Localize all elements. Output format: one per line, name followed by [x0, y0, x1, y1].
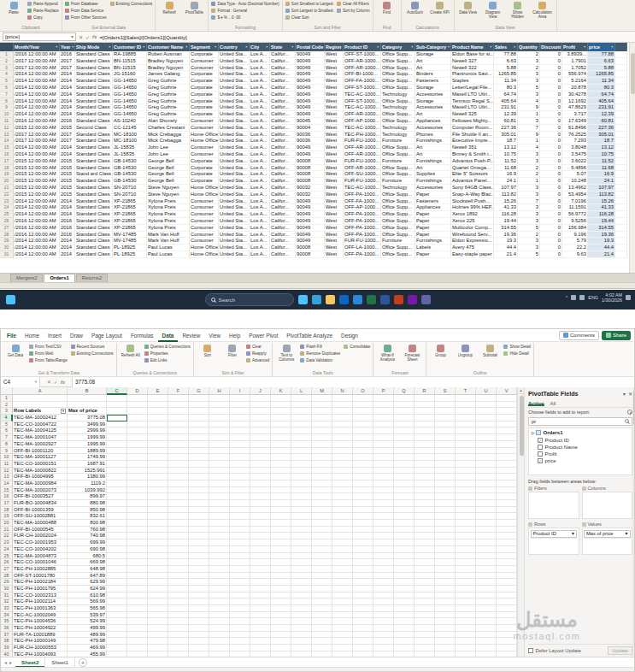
cell[interactable]: Califor...: [270, 144, 296, 151]
cell[interactable]: 3: [518, 204, 540, 211]
cell[interactable]: [189, 638, 209, 645]
cell[interactable]: 0: [540, 232, 562, 239]
cell[interactable]: Mark Van Huff: [147, 232, 190, 239]
cell[interactable]: 0: [540, 218, 562, 225]
cell[interactable]: [230, 415, 250, 421]
cell[interactable]: [373, 605, 394, 612]
cell[interactable]: Los A...: [250, 211, 270, 218]
cell[interactable]: 0: [540, 144, 562, 151]
cell[interactable]: /2014 12:00:00 AM: [14, 198, 60, 205]
cell[interactable]: [189, 408, 209, 415]
cell[interactable]: TEC-PH-10004536: [13, 618, 68, 625]
cell[interactable]: [615, 91, 627, 98]
formula-name-box[interactable]: [price] ▾: [3, 32, 76, 41]
field-pill-max-of-price[interactable]: Max of price▾: [584, 530, 631, 538]
cell[interactable]: [435, 605, 456, 612]
cell[interactable]: [148, 487, 168, 494]
cell[interactable]: Standard Class: [75, 225, 113, 232]
cell[interactable]: [497, 395, 517, 402]
cell[interactable]: RA-19885: [113, 51, 147, 58]
cell[interactable]: OFF-BI-1000...: [344, 71, 381, 78]
from-data-service-button[interactable]: From Data Service: [65, 8, 107, 14]
cell[interactable]: Office Supp...: [381, 65, 415, 72]
cell[interactable]: [312, 618, 332, 625]
cell[interactable]: Office Supp...: [381, 58, 415, 65]
cell[interactable]: XP-21865: [113, 204, 147, 211]
cell[interactable]: [394, 434, 415, 441]
cell[interactable]: [476, 474, 497, 480]
cell[interactable]: [312, 500, 332, 507]
cell[interactable]: [415, 513, 435, 520]
cell[interactable]: Consumer: [190, 58, 219, 65]
clear-all-filters-button[interactable]: Clear All Filters: [337, 1, 370, 7]
cell[interactable]: [312, 507, 332, 514]
cell[interactable]: Califor...: [270, 178, 296, 185]
column-header-category[interactable]: Category▼: [381, 43, 415, 51]
cell[interactable]: [456, 553, 476, 560]
cell[interactable]: [107, 493, 127, 500]
cell[interactable]: [415, 553, 435, 560]
cell[interactable]: 9.5256: [562, 218, 588, 225]
cell[interactable]: [373, 507, 394, 514]
cell[interactable]: [312, 520, 332, 527]
cell[interactable]: [312, 493, 332, 500]
cell[interactable]: /2015 12:00:00 AM: [14, 165, 60, 172]
sheet-tab-sheet2[interactable]: Sheet2: [15, 657, 45, 668]
column-header-price[interactable]: price▼: [588, 43, 615, 51]
cell[interactable]: [456, 493, 476, 500]
cell[interactable]: [189, 402, 209, 409]
cell[interactable]: Supplies: [415, 171, 451, 178]
row-number[interactable]: 39: [1, 645, 13, 651]
cell[interactable]: [230, 468, 250, 475]
cell[interactable]: [250, 427, 271, 434]
cell[interactable]: [435, 586, 456, 592]
cell[interactable]: [497, 441, 517, 448]
cell[interactable]: [107, 625, 127, 632]
cell[interactable]: [373, 559, 394, 566]
cell[interactable]: [189, 546, 209, 553]
cell[interactable]: West: [325, 251, 344, 258]
cell[interactable]: [209, 618, 230, 625]
cell[interactable]: Califor...: [270, 78, 296, 85]
cell[interactable]: 30.4278: [562, 91, 588, 98]
cell[interactable]: United Sta...: [219, 144, 250, 151]
cell[interactable]: 90049: [296, 144, 325, 151]
cell[interactable]: [291, 487, 312, 494]
cell[interactable]: [435, 638, 456, 645]
cell[interactable]: United Sta...: [219, 245, 250, 251]
cell[interactable]: [168, 573, 189, 580]
cell[interactable]: [615, 245, 627, 251]
cell[interactable]: Standard Class: [75, 232, 113, 239]
column-header-t[interactable]: T: [456, 387, 476, 395]
cell[interactable]: [415, 507, 435, 514]
cell[interactable]: [353, 632, 373, 639]
cell[interactable]: [456, 527, 476, 533]
cell[interactable]: West: [325, 104, 344, 111]
cell[interactable]: [415, 559, 435, 566]
cell[interactable]: 12.1692: [562, 98, 588, 105]
flash-fill-button[interactable]: Flash Fill: [300, 344, 340, 350]
cell[interactable]: [189, 448, 209, 455]
cell[interactable]: [13, 402, 68, 409]
table-tab-mergers2[interactable]: Mergers2: [10, 274, 43, 282]
wifi-icon[interactable]: [571, 295, 576, 300]
cell[interactable]: [615, 165, 627, 172]
cell[interactable]: [189, 645, 209, 651]
cell[interactable]: OFF-AR-1000...: [344, 151, 381, 158]
cell[interactable]: /2015 12:00:00 AM: [14, 192, 60, 198]
cell[interactable]: [353, 454, 373, 461]
cell[interactable]: [353, 592, 373, 599]
volume-icon[interactable]: [579, 295, 585, 300]
cell[interactable]: [148, 539, 168, 546]
row-number[interactable]: 8: [0, 98, 14, 105]
cell[interactable]: 305.01: [494, 132, 518, 139]
cell[interactable]: Paper: [415, 251, 451, 258]
column-header-n[interactable]: N: [332, 387, 353, 395]
cell[interactable]: [209, 500, 230, 507]
cell[interactable]: [209, 480, 230, 487]
cell[interactable]: MV-17485: [113, 232, 147, 239]
cell[interactable]: [415, 427, 435, 434]
cell[interactable]: 2016: [60, 118, 75, 125]
tab-pivottable-analyze[interactable]: PivotTable Analyze: [282, 329, 337, 342]
cell[interactable]: Califor...: [270, 138, 296, 144]
